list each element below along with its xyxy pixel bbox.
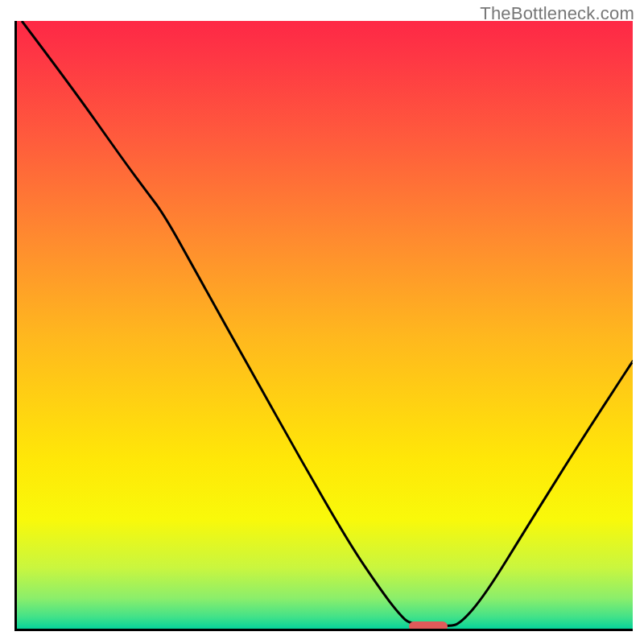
plot-area	[14, 21, 633, 631]
watermark-text: TheBottleneck.com	[480, 3, 634, 24]
curve-path	[22, 21, 633, 626]
chart-stage: TheBottleneck.com	[0, 0, 644, 644]
bottleneck-curve	[17, 21, 633, 629]
optimum-marker	[409, 621, 448, 631]
